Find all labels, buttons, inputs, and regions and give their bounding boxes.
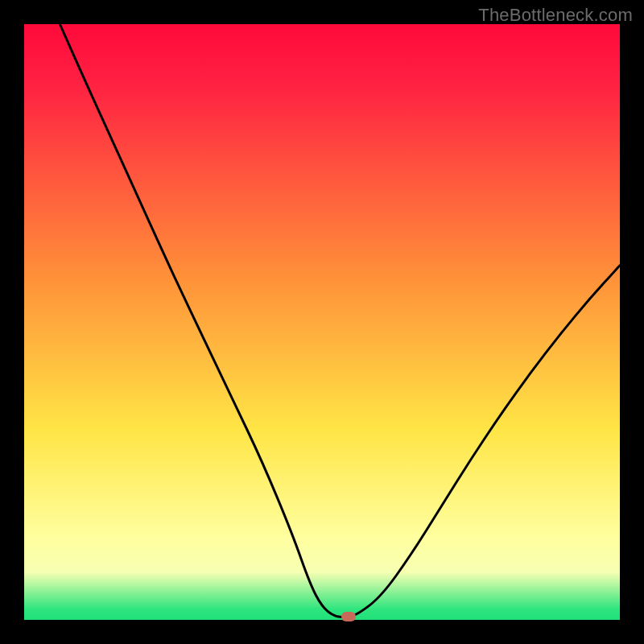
- curve-path: [60, 24, 620, 617]
- minimum-marker: [341, 612, 356, 621]
- chart-container: TheBottleneck.com: [0, 0, 644, 644]
- watermark-text: TheBottleneck.com: [478, 5, 633, 26]
- bottleneck-curve: [24, 24, 620, 620]
- plot-area: [24, 24, 620, 620]
